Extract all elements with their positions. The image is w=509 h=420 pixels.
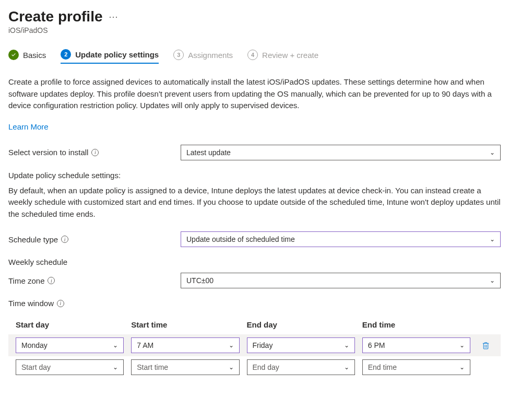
schedule-type-label: Schedule type (8, 235, 58, 244)
step-number-icon: 4 (247, 50, 258, 60)
chevron-down-icon: ⌄ (344, 342, 349, 349)
time-zone-dropdown[interactable]: UTC±00 ⌄ (181, 273, 501, 288)
page-subtitle: iOS/iPadOS (8, 26, 501, 34)
dropdown-placeholder: Start time (137, 363, 168, 371)
tab-label: Basics (23, 51, 46, 60)
time-window-label: Time window (8, 299, 54, 308)
chevron-down-icon: ⌄ (229, 364, 234, 371)
col-start-day: Start day (16, 320, 124, 329)
chevron-down-icon: ⌄ (113, 342, 118, 349)
dropdown-value: Latest update (186, 148, 231, 157)
dropdown-value: Monday (21, 341, 48, 349)
col-end-time: End time (362, 320, 470, 329)
end-day-dropdown[interactable]: End day ⌄ (247, 359, 355, 375)
tab-review-create[interactable]: 4 Review + create (247, 50, 318, 63)
schedule-type-dropdown[interactable]: Update outside of scheduled time ⌄ (181, 231, 501, 247)
schedule-table: Start day Start time End day End time Mo… (8, 320, 501, 378)
chevron-down-icon: ⌄ (113, 364, 118, 371)
tab-label: Review + create (262, 51, 318, 60)
description-text: Create a profile to force assigned devic… (8, 76, 501, 112)
weekly-schedule-heading: Weekly schedule (8, 258, 501, 266)
col-end-day: End day (247, 320, 355, 329)
check-icon (8, 50, 19, 60)
col-start-time: Start time (131, 320, 239, 329)
trash-icon (481, 341, 490, 350)
learn-more-link[interactable]: Learn More (8, 122, 49, 131)
select-version-dropdown[interactable]: Latest update ⌄ (181, 145, 501, 160)
dropdown-value: 7 AM (137, 341, 153, 349)
tab-assignments[interactable]: 3 Assignments (173, 50, 233, 63)
select-version-label: Select version to install (8, 148, 88, 157)
wizard-tabs: Basics 2 Update policy settings 3 Assign… (8, 49, 501, 64)
start-day-dropdown[interactable]: Start day ⌄ (16, 359, 124, 375)
dropdown-placeholder: End time (368, 363, 397, 371)
dropdown-placeholder: Start day (21, 363, 51, 371)
start-time-dropdown[interactable]: 7 AM ⌄ (131, 337, 239, 353)
step-number-icon: 3 (173, 50, 184, 60)
dropdown-placeholder: End day (253, 363, 279, 371)
tab-update-policy-settings[interactable]: 2 Update policy settings (61, 49, 159, 64)
step-number-icon: 2 (61, 49, 71, 60)
chevron-down-icon: ⌄ (459, 364, 465, 371)
chevron-down-icon: ⌄ (490, 149, 495, 156)
dropdown-value: UTC±00 (186, 276, 214, 285)
tab-basics[interactable]: Basics (8, 50, 46, 63)
schedule-row-new: Start day ⌄ Start time ⌄ End day ⌄ End t… (8, 356, 501, 378)
schedule-row: Monday ⌄ 7 AM ⌄ Friday ⌄ 6 PM ⌄ (8, 334, 501, 356)
end-time-dropdown[interactable]: 6 PM ⌄ (362, 337, 470, 353)
info-icon[interactable]: i (91, 149, 99, 156)
chevron-down-icon: ⌄ (490, 236, 495, 243)
chevron-down-icon: ⌄ (459, 342, 465, 349)
info-icon[interactable]: i (48, 277, 55, 284)
chevron-down-icon: ⌄ (344, 364, 349, 371)
tab-label: Assignments (188, 51, 233, 60)
end-time-dropdown[interactable]: End time ⌄ (362, 359, 470, 375)
delete-row-button[interactable] (478, 341, 493, 350)
dropdown-value: 6 PM (368, 341, 385, 349)
chevron-down-icon: ⌄ (490, 277, 495, 284)
schedule-settings-heading: Update policy schedule settings: (8, 171, 501, 180)
time-zone-label: Time zone (8, 276, 44, 285)
info-icon[interactable]: i (61, 236, 68, 243)
end-day-dropdown[interactable]: Friday ⌄ (247, 337, 355, 353)
page-title: Create profile (8, 8, 103, 25)
dropdown-value: Friday (253, 341, 273, 349)
info-icon[interactable]: i (57, 300, 64, 307)
tab-label: Update policy settings (75, 50, 159, 59)
schedule-settings-text: By default, when an update policy is ass… (8, 185, 501, 220)
start-day-dropdown[interactable]: Monday ⌄ (16, 337, 124, 353)
start-time-dropdown[interactable]: Start time ⌄ (131, 359, 239, 375)
dropdown-value: Update outside of scheduled time (186, 235, 295, 243)
chevron-down-icon: ⌄ (229, 342, 234, 349)
more-icon[interactable]: ··· (109, 11, 119, 22)
